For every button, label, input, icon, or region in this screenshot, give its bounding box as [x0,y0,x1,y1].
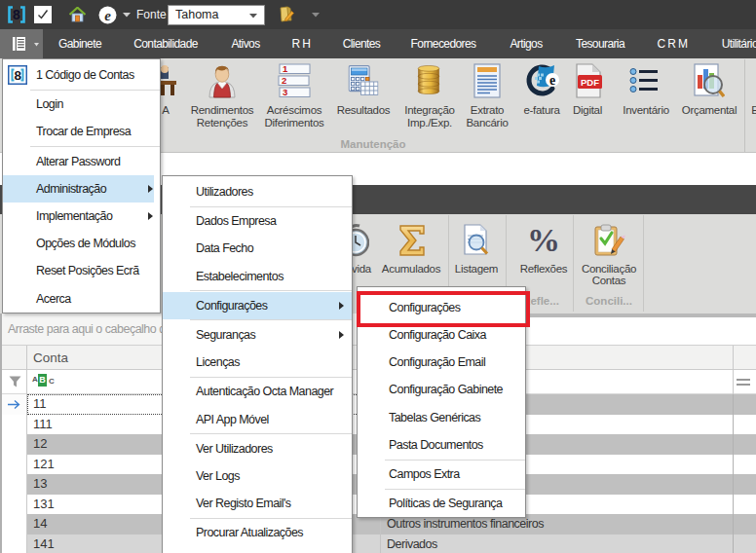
svg-text:8: 8 [15,68,22,83]
svg-text:%: % [527,224,560,257]
svg-text:1: 1 [283,63,288,74]
svg-text:8: 8 [13,7,20,22]
svg-text:e: e [549,73,555,88]
svg-text:3: 3 [283,87,287,97]
svg-text:2: 2 [282,75,286,86]
svg-text:PDF: PDF [581,77,599,88]
svg-text:e: e [104,8,111,23]
